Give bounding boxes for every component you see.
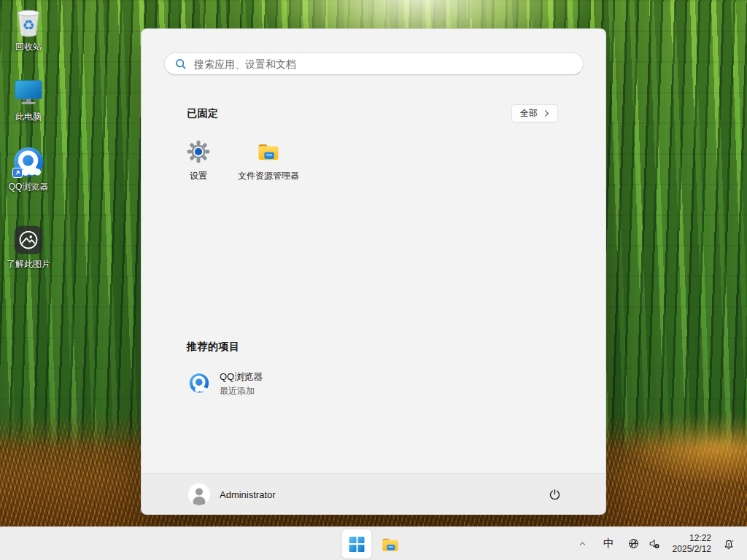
recommended-item-sublabel: 最近添加	[220, 385, 263, 397]
recommended-item-text: QQ浏览器 最近添加	[220, 370, 263, 397]
user-avatar	[188, 483, 210, 505]
windows-logo-icon	[349, 537, 365, 552]
svg-text:♻: ♻	[22, 18, 34, 33]
desktop-icon-recycle-bin[interactable]: ♻ 回收站	[2, 6, 55, 52]
recycle-bin-icon: ♻	[12, 6, 45, 39]
start-menu: 已固定 全部	[141, 28, 606, 515]
clock-date: 2025/2/12	[673, 544, 711, 555]
chevron-right-icon	[543, 109, 551, 117]
start-menu-footer: Administrator	[142, 473, 605, 514]
chevron-up-icon	[577, 538, 588, 549]
desktop-icon-label: QQ浏览器	[9, 182, 49, 192]
tray-ime-indicator[interactable]: 中	[598, 531, 620, 557]
speaker-muted-icon	[648, 537, 660, 550]
pinned-app-settings[interactable]: 设置	[163, 132, 233, 196]
desktop-icon-label: 了解此图片	[7, 259, 50, 269]
power-button[interactable]	[541, 481, 568, 508]
recommended-item-label: QQ浏览器	[220, 370, 263, 384]
this-pc-icon	[12, 76, 45, 109]
pinned-app-file-explorer[interactable]: 文件资源管理器	[233, 132, 303, 196]
folder-icon	[256, 139, 281, 164]
pinned-section-title: 已固定	[187, 107, 219, 120]
globe-no-network-icon	[627, 537, 640, 550]
svg-text:z: z	[732, 539, 733, 542]
bell-do-not-disturb-icon: z z	[722, 537, 735, 551]
tray-notifications-button[interactable]: z z	[718, 531, 740, 557]
pinned-app-label: 文件资源管理器	[238, 170, 299, 182]
clock-time: 12:22	[689, 533, 711, 544]
recommended-item-qq-browser[interactable]: QQ浏览器 最近添加	[175, 364, 384, 403]
user-name: Administrator	[220, 489, 276, 500]
taskbar: 中 12:22 2025/2/12	[0, 526, 747, 560]
desktop-icon-photo-info[interactable]: 了解此图片	[2, 223, 55, 269]
system-tray: 中 12:22 2025/2/12	[572, 527, 747, 560]
tray-show-hidden-icons-button[interactable]	[572, 531, 594, 557]
svg-text:z: z	[728, 541, 730, 545]
folder-icon	[381, 534, 400, 554]
pinned-all-button[interactable]: 全部	[511, 104, 558, 122]
photo-info-icon	[12, 223, 45, 257]
ime-mode-label: 中	[603, 537, 614, 551]
shortcut-arrow-icon	[12, 168, 23, 178]
qq-browser-icon	[188, 373, 210, 394]
search-input[interactable]	[164, 52, 584, 75]
tray-volume-button[interactable]	[644, 531, 665, 557]
pinned-app-label: 设置	[190, 170, 207, 182]
tray-network-button[interactable]	[624, 531, 644, 557]
power-icon	[548, 488, 562, 502]
settings-gear-icon	[186, 139, 211, 164]
pinned-all-label: 全部	[520, 107, 538, 120]
pinned-grid: 设置 文件资源管理器	[163, 132, 303, 196]
start-search	[164, 52, 584, 75]
desktop-icon-qq-browser[interactable]: QQ浏览器	[2, 146, 55, 192]
taskbar-center	[342, 529, 406, 559]
qq-browser-icon	[12, 146, 45, 179]
desktop-icon-label: 回收站	[15, 42, 42, 52]
desktop-icon-label: 此电脑	[15, 112, 42, 122]
tray-clock[interactable]: 12:22 2025/2/12	[667, 529, 716, 559]
desktop-icon-this-pc[interactable]: 此电脑	[2, 76, 55, 122]
taskbar-file-explorer-button[interactable]	[376, 529, 406, 559]
recommended-section-title: 推荐的项目	[187, 341, 240, 354]
user-account-button[interactable]: Administrator	[182, 480, 282, 509]
desktop: ♻ 回收站 此电脑	[0, 0, 747, 560]
start-button[interactable]	[342, 529, 372, 559]
